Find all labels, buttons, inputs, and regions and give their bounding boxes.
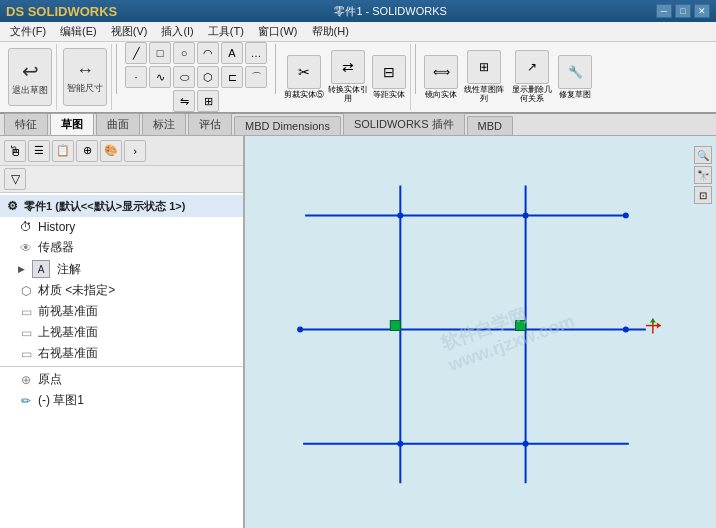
- convert-solid-button[interactable]: ⇄: [331, 50, 365, 84]
- exit-sketch-icon: ↩: [22, 59, 39, 83]
- tree-item-material[interactable]: ⬡ 材质 <未指定>: [0, 280, 243, 301]
- tab-mbd-dimensions[interactable]: MBD Dimensions: [234, 116, 341, 135]
- tree-divider: [0, 366, 243, 367]
- right-plane-icon: ▭: [18, 346, 34, 362]
- more-tool[interactable]: …: [245, 42, 267, 64]
- tab-solidworks-plugin[interactable]: SOLIDWORKS 插件: [343, 113, 465, 135]
- panel-toolbar: 🖱 ☰ 📋 ⊕ 🎨 ›: [0, 136, 243, 166]
- menu-view[interactable]: 视图(V): [105, 22, 154, 41]
- tab-surface[interactable]: 曲面: [96, 113, 140, 135]
- tab-sketch[interactable]: 草图: [50, 113, 94, 135]
- polygon-tool[interactable]: ⬡: [197, 66, 219, 88]
- canvas-area: 软件自学网www.rjzxw.com: [245, 136, 716, 528]
- tree-item-top-plane[interactable]: ▭ 上视基准面: [0, 322, 243, 343]
- window-title: 零件1 - SOLIDWORKS: [125, 4, 656, 19]
- circle-tool[interactable]: ○: [173, 42, 195, 64]
- maximize-button[interactable]: □: [675, 4, 691, 18]
- tree-item-history[interactable]: ⏱ History: [0, 217, 243, 237]
- origin-icon: ⊕: [18, 372, 34, 388]
- tree-item-front-plane[interactable]: ▭ 前视基准面: [0, 301, 243, 322]
- fit-view-button[interactable]: ⊡: [694, 186, 712, 204]
- svg-marker-16: [657, 323, 661, 329]
- tab-annotation[interactable]: 标注: [142, 113, 186, 135]
- tree-item-sketch1[interactable]: ✏ (-) 草图1: [0, 390, 243, 411]
- cut-solid-button[interactable]: ✂: [287, 55, 321, 89]
- title-bar: DS SOLIDWORKS 零件1 - SOLIDWORKS ─ □ ✕: [0, 0, 716, 22]
- zoom-out-button[interactable]: 🔭: [694, 166, 712, 184]
- material-label: 材质 <未指定>: [38, 282, 115, 299]
- front-plane-label: 前视基准面: [38, 303, 98, 320]
- right-toolbar: 🔍 🔭 ⊡: [694, 146, 712, 204]
- tab-strip: 特征 草图 曲面 标注 评估 MBD Dimensions SOLIDWORKS…: [0, 114, 716, 136]
- svg-point-6: [523, 212, 529, 218]
- tree-item-sensor[interactable]: 👁 传感器: [0, 237, 243, 258]
- tab-evaluate[interactable]: 评估: [188, 113, 232, 135]
- sketch1-label: (-) 草图1: [38, 392, 84, 409]
- part-header[interactable]: ⚙ 零件1 (默认<<默认>显示状态 1>): [0, 195, 243, 217]
- tab-mbd[interactable]: MBD: [467, 116, 513, 135]
- filter-row: ▽: [0, 166, 243, 193]
- spline-tool[interactable]: ∿: [149, 66, 171, 88]
- sensor-icon: 👁: [18, 240, 34, 256]
- exit-sketch-label: 退出草图: [12, 85, 48, 96]
- equal-solid-label: 等距实体: [373, 91, 405, 100]
- svg-point-11: [297, 327, 303, 333]
- rect-tool[interactable]: □: [149, 42, 171, 64]
- tree-item-annotation[interactable]: ▶ A 注解: [0, 258, 243, 280]
- line-tool[interactable]: ╱: [125, 42, 147, 64]
- svg-point-10: [623, 327, 629, 333]
- menu-insert[interactable]: 插入(I): [155, 22, 199, 41]
- text-tool[interactable]: A: [221, 42, 243, 64]
- svg-rect-12: [390, 321, 400, 331]
- history-label: History: [38, 220, 75, 234]
- equal-solid-button[interactable]: ⊟: [372, 55, 406, 89]
- toolbar-group-cut: ✂ 剪裁实体⑤ ⇄ 转换实体引用 ⊟ 等距实体: [280, 44, 411, 110]
- canvas-svg: [245, 136, 716, 528]
- mirror-solid-label: 镜向实体: [425, 91, 457, 100]
- mirror-solid-button[interactable]: ⟺: [424, 55, 458, 89]
- panel-btn-pointer[interactable]: 🖱: [4, 140, 26, 162]
- menu-window[interactable]: 窗口(W): [252, 22, 304, 41]
- top-plane-label: 上视基准面: [38, 324, 98, 341]
- show-delete-button[interactable]: ↗: [515, 50, 549, 84]
- history-icon: ⏱: [18, 219, 34, 235]
- menu-file[interactable]: 文件(F): [4, 22, 52, 41]
- arc-tool[interactable]: ◠: [197, 42, 219, 64]
- fillet-tool[interactable]: ⌒: [245, 66, 267, 88]
- close-button[interactable]: ✕: [694, 4, 710, 18]
- tree-item-right-plane[interactable]: ▭ 右视基准面: [0, 343, 243, 364]
- smart-dim-button[interactable]: ↔ 智能尺寸: [63, 48, 107, 106]
- panel-btn-list[interactable]: ☰: [28, 140, 50, 162]
- cut-solid-label: 剪裁实体⑤: [284, 91, 324, 100]
- fix-sketch-button[interactable]: 🔧: [558, 55, 592, 89]
- menu-help[interactable]: 帮助(H): [306, 22, 355, 41]
- menu-edit[interactable]: 编辑(E): [54, 22, 103, 41]
- feature-tree[interactable]: ⚙ 零件1 (默认<<默认>显示状态 1>) ⏱ History 👁 传感器 ▶…: [0, 193, 243, 528]
- offset-tool[interactable]: ⊞: [197, 90, 219, 112]
- tab-feature[interactable]: 特征: [4, 113, 48, 135]
- toolbar-group-mirror: ⟺ 镜向实体 ⊞ 线性草图阵列 ↗ 显示删除几何关系 🔧 修复草图: [420, 44, 596, 110]
- material-icon: ⬡: [18, 283, 34, 299]
- tree-item-origin[interactable]: ⊕ 原点: [0, 369, 243, 390]
- menu-tools[interactable]: 工具(T): [202, 22, 250, 41]
- slot-tool[interactable]: ⊏: [221, 66, 243, 88]
- zoom-in-button[interactable]: 🔍: [694, 146, 712, 164]
- panel-btn-expand[interactable]: ›: [124, 140, 146, 162]
- exit-sketch-button[interactable]: ↩ 退出草图: [8, 48, 52, 106]
- origin-label: 原点: [38, 371, 62, 388]
- linear-array-button[interactable]: ⊞: [467, 50, 501, 84]
- mirror-line-tool[interactable]: ⇋: [173, 90, 195, 112]
- sensor-label: 传感器: [38, 239, 74, 256]
- top-plane-icon: ▭: [18, 325, 34, 341]
- svg-point-9: [623, 212, 629, 218]
- point-tool[interactable]: ·: [125, 66, 147, 88]
- panel-btn-copy[interactable]: 📋: [52, 140, 74, 162]
- minimize-button[interactable]: ─: [656, 4, 672, 18]
- panel-btn-color[interactable]: 🎨: [100, 140, 122, 162]
- ellipse-tool[interactable]: ⬭: [173, 66, 195, 88]
- draw-tools-row2: · ∿ ⬭ ⬡ ⊏ ⌒: [125, 66, 267, 88]
- smart-dim-icon: ↔: [76, 60, 94, 82]
- filter-icon[interactable]: ▽: [4, 168, 26, 190]
- svg-point-5: [397, 212, 403, 218]
- panel-btn-add[interactable]: ⊕: [76, 140, 98, 162]
